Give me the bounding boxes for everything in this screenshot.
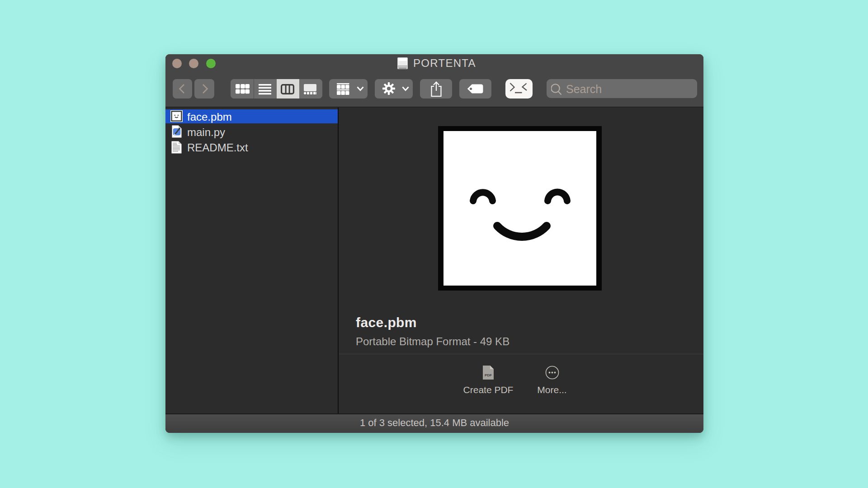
svg-text:PDF: PDF: [485, 373, 492, 377]
